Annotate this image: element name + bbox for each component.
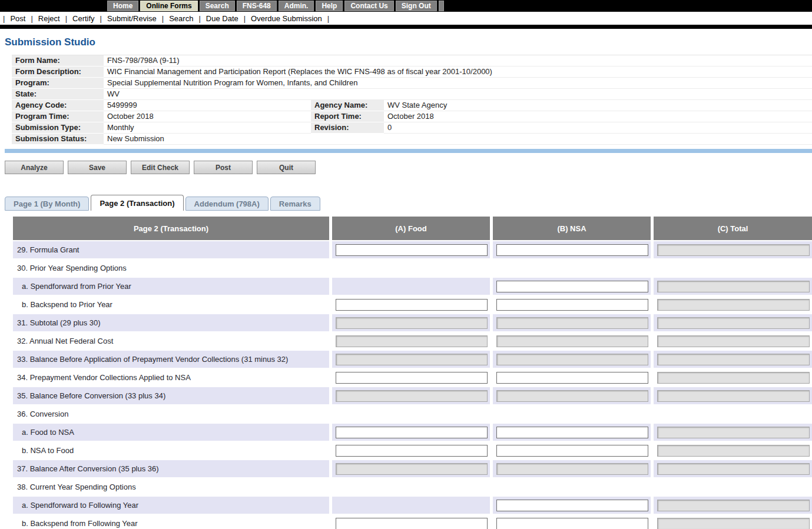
analyze-button[interactable]: Analyze xyxy=(5,161,64,174)
grid-cell-total xyxy=(654,460,812,477)
grid-row-label: 31. Subtotal (29 plus 30) xyxy=(13,314,329,331)
nsa-input[interactable] xyxy=(496,372,648,384)
menu-item-reject[interactable]: Reject xyxy=(38,14,60,23)
nsa-input[interactable] xyxy=(496,281,648,292)
total-input-readonly xyxy=(657,244,810,256)
grid-row-label: 34. Prepayment Vendor Collections Applie… xyxy=(13,369,329,386)
grid-cell-total xyxy=(654,442,812,459)
total-input-readonly xyxy=(657,317,810,329)
grid-row-label: 35. Balance Before Conversion (33 plus 3… xyxy=(13,387,329,404)
grid-cell-food xyxy=(332,351,490,368)
grid-row-label: a. Food to NSA xyxy=(13,424,329,441)
pipe-separator: | xyxy=(31,14,32,23)
grid-cell-nsa xyxy=(493,369,651,386)
total-input-readonly xyxy=(657,518,810,529)
grid-row-label: b. NSA to Food xyxy=(13,442,329,459)
grid-cell-nsa xyxy=(493,351,651,368)
form-info-value: WV xyxy=(104,89,812,100)
grid-cell-food xyxy=(332,241,490,258)
nsa-input-readonly xyxy=(496,390,648,402)
grid-cell-nsa xyxy=(493,497,651,514)
pipe-separator: | xyxy=(244,14,246,23)
nav-item-online-forms[interactable]: Online Forms xyxy=(140,1,197,11)
total-input-readonly xyxy=(657,299,810,311)
nav-item-search[interactable]: Search xyxy=(200,1,235,11)
grid-row-label: 33. Balance Before Application of Prepay… xyxy=(13,351,329,368)
edit-check-button[interactable]: Edit Check xyxy=(131,161,190,174)
tab-page-1-by-month[interactable]: Page 1 (By Month) xyxy=(5,197,89,211)
tab-addendum-798a[interactable]: Addendum (798A) xyxy=(185,197,269,211)
grid-cell-total xyxy=(654,351,812,368)
grid-cell-total xyxy=(654,332,812,350)
form-info-value: 5499999 xyxy=(104,100,311,111)
menu-item-search[interactable]: Search xyxy=(169,14,193,23)
grid-cell-total xyxy=(654,387,812,404)
total-input-readonly xyxy=(657,427,810,438)
total-input-readonly xyxy=(657,335,810,347)
grid-cell-food xyxy=(332,424,490,441)
nav-item-help[interactable]: Help xyxy=(316,1,343,11)
food-input-readonly xyxy=(336,463,488,475)
tab-page-2-transaction[interactable]: Page 2 (Transaction) xyxy=(91,195,183,211)
food-input[interactable] xyxy=(336,445,488,457)
quit-button[interactable]: Quit xyxy=(257,161,316,174)
nav-item-sign-out[interactable]: Sign Out xyxy=(396,1,437,11)
grid-cell-total xyxy=(654,424,812,441)
form-info-row: Submission Type:MonthlyRevision:0 xyxy=(12,122,812,134)
nsa-input[interactable] xyxy=(496,445,648,457)
form-info-row: Program Time:October 2018Report Time:Oct… xyxy=(12,111,812,122)
form-info-value: October 2018 xyxy=(104,111,311,122)
pipe-separator: | xyxy=(198,14,200,23)
form-info-label: Form Description: xyxy=(12,66,104,78)
food-input-readonly xyxy=(336,390,488,402)
form-info-row: Submission Status:New Submission xyxy=(12,134,812,145)
form-info-table: Form Name:FNS-798/798A (9-11)Form Descri… xyxy=(12,55,812,145)
grid-cell-food xyxy=(332,442,490,459)
total-input-readonly xyxy=(657,445,810,457)
food-input[interactable] xyxy=(336,372,488,384)
grid-cell-total xyxy=(654,278,812,295)
grid-cell-nsa xyxy=(493,442,651,459)
grid-cell-nsa xyxy=(493,460,651,477)
toolbar: AnalyzeSaveEdit CheckPostQuit xyxy=(5,161,812,174)
food-input[interactable] xyxy=(336,427,488,438)
grid-cell-food xyxy=(332,332,490,350)
nav-item-admin[interactable]: Admin. xyxy=(279,1,314,11)
nav-item-contact-us[interactable]: Contact Us xyxy=(344,1,393,11)
tab-remarks[interactable]: Remarks xyxy=(270,197,320,211)
food-input[interactable] xyxy=(336,244,488,256)
nsa-input[interactable] xyxy=(496,427,648,438)
nsa-input[interactable] xyxy=(496,500,648,511)
nsa-input[interactable] xyxy=(496,518,648,529)
form-info-value: Special Supplemental Nutrition Program f… xyxy=(104,78,812,89)
nsa-input-readonly xyxy=(496,335,648,347)
form-info-value: October 2018 xyxy=(384,111,812,122)
page-title: Submission Studio xyxy=(5,36,812,48)
nsa-input[interactable] xyxy=(496,299,648,311)
menu-item-post[interactable]: Post xyxy=(10,14,25,23)
food-input[interactable] xyxy=(336,518,488,529)
form-info-label: Agency Name: xyxy=(311,100,384,111)
form-info-row: Form Name:FNS-798/798A (9-11) xyxy=(12,55,812,66)
grid-header-a-food: (A) Food xyxy=(332,217,490,240)
total-input-readonly xyxy=(657,372,810,384)
nsa-input-readonly xyxy=(496,354,648,365)
nav-item-fns-648[interactable]: FNS-648 xyxy=(237,1,277,11)
food-input-readonly xyxy=(336,317,488,329)
menu-item-submit-revise[interactable]: Submit/Revise xyxy=(107,14,157,23)
food-input[interactable] xyxy=(336,299,488,311)
grid-cell-total xyxy=(654,515,812,529)
menu-item-due-date[interactable]: Due Date xyxy=(206,14,238,23)
menu-item-certify[interactable]: Certify xyxy=(72,14,95,23)
grid-cell-total xyxy=(654,314,812,331)
nav-item-home[interactable]: Home xyxy=(107,1,138,11)
form-info-label: Program: xyxy=(12,78,104,89)
grid-cell-nsa xyxy=(493,314,651,331)
menu-item-overdue-submission[interactable]: Overdue Submission xyxy=(251,14,322,23)
post-button[interactable]: Post xyxy=(194,161,253,174)
grid-row-label: 29. Formula Grant xyxy=(13,241,329,258)
grid-row-label: 32. Annual Net Federal Cost xyxy=(13,332,329,350)
save-button[interactable]: Save xyxy=(68,161,127,174)
nsa-input[interactable] xyxy=(496,244,648,256)
grid-cell-total xyxy=(654,296,812,313)
